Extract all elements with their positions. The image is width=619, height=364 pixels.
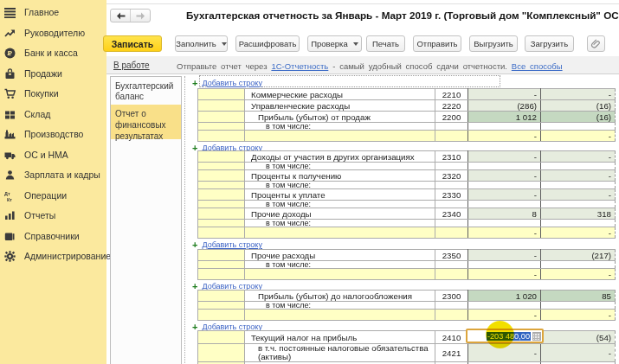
svg-text:Дт: Дт [4,191,10,196]
svg-text:Кт: Кт [7,196,12,201]
svg-text:P: P [8,49,13,57]
